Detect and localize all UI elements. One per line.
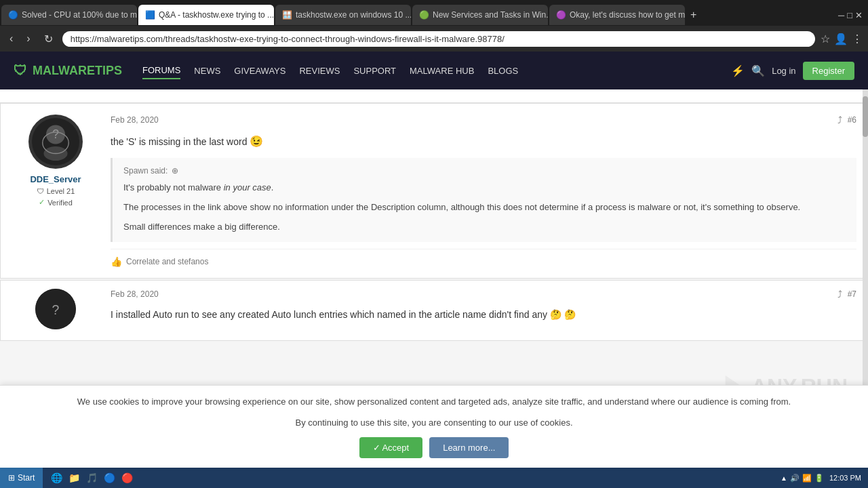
taskbar-shield-icon[interactable]: 🔴 bbox=[119, 470, 135, 486]
tab-favicon-2: 🟦 bbox=[145, 10, 155, 20]
site-nav: FORUMS NEWS GIVEAWAYS REVIEWS SUPPORT MA… bbox=[142, 62, 711, 79]
tab-label-2: Q&A - taskhostw.exe trying to ... bbox=[159, 10, 274, 20]
tab-5[interactable]: 🟣 Okay, let's discuss how to get m... ✕ bbox=[549, 5, 685, 25]
post-7-avatar: ? bbox=[35, 289, 76, 329]
nav-support[interactable]: SUPPORT bbox=[353, 62, 396, 79]
cookie-text-2: By continuing to use this site, you are … bbox=[14, 416, 854, 430]
taskbar-folder-icon[interactable]: 📁 bbox=[66, 470, 82, 486]
cookie-banner: We use cookies to improve your browsing … bbox=[0, 385, 868, 468]
post-6-emoji: 😉 bbox=[250, 136, 263, 147]
post-6-date: Feb 28, 2020 bbox=[111, 115, 159, 125]
minimize-button[interactable]: ─ bbox=[838, 10, 844, 20]
tab-bar: 🔵 Solved - CPU at 100% due to m... ✕ 🟦 Q… bbox=[0, 0, 868, 26]
post-7-share-icon[interactable]: ⤴ bbox=[837, 289, 842, 300]
scrollbar-thumb[interactable] bbox=[863, 96, 868, 137]
accept-button[interactable]: ✓ Accept bbox=[359, 437, 423, 458]
post-6-actions: ⤴ #6 bbox=[837, 115, 856, 125]
browser-chrome: 🔵 Solved - CPU at 100% due to m... ✕ 🟦 Q… bbox=[0, 0, 868, 52]
cookie-buttons: ✓ Accept Learn more... bbox=[14, 437, 854, 458]
quote-header: Spawn said: ⊕ bbox=[123, 166, 846, 176]
taskbar-media-icon[interactable]: 🎵 bbox=[83, 470, 100, 486]
site-header: 🛡 MALWARETIPS FORUMS NEWS GIVEAWAYS REVI… bbox=[0, 52, 868, 89]
post-6-content: Feb 28, 2020 ⤴ #6 the 'S' is missing in … bbox=[111, 115, 856, 267]
taskbar-network-icon[interactable]: 📶 bbox=[802, 474, 812, 483]
taskbar: ⊞ Start 🌐 📁 🎵 🔵 🔴 ▲ 🔊 📶 🔋 12:03 PM bbox=[0, 468, 868, 488]
nav-auth: ⚡ 🔍 Log in Register bbox=[731, 62, 854, 80]
nav-news[interactable]: NEWS bbox=[194, 62, 220, 79]
cookie-text-1: We use cookies to improve your browsing … bbox=[14, 395, 854, 409]
tab-label-1: Solved - CPU at 100% due to m... bbox=[22, 10, 137, 20]
site-logo[interactable]: 🛡 MALWARETIPS bbox=[14, 63, 122, 79]
start-icon: ⊞ bbox=[8, 473, 15, 483]
avatar-image: ? bbox=[32, 118, 79, 165]
taskbar-chrome-icon[interactable]: 🔵 bbox=[101, 470, 117, 486]
reload-button[interactable]: ↻ bbox=[40, 31, 57, 47]
post-6-username[interactable]: DDE_Server bbox=[12, 174, 100, 184]
post-6: ? DDE_Server 🛡 Level 21 ✓ Verified bbox=[0, 103, 868, 279]
post-6-quote: Spawn said: ⊕ It's probably not malware … bbox=[111, 158, 856, 242]
register-button[interactable]: Register bbox=[803, 62, 854, 80]
post-7-actions: ⤴ #7 bbox=[837, 289, 856, 300]
post-7-date: Feb 28, 2020 bbox=[111, 289, 159, 299]
post-7-emoji1: 🤔 bbox=[550, 309, 561, 320]
menu-icon[interactable]: ⋮ bbox=[852, 33, 863, 45]
address-input[interactable] bbox=[62, 31, 815, 47]
taskbar-volume-icon[interactable]: 🔊 bbox=[790, 474, 800, 483]
nav-giveaways[interactable]: GIVEAWAYS bbox=[234, 62, 285, 79]
tab-label-4: New Services and Tasks in Win... bbox=[433, 10, 548, 20]
learn-more-button[interactable]: Learn more... bbox=[429, 437, 509, 458]
quote-expand-icon[interactable]: ⊕ bbox=[172, 166, 178, 176]
bookmark-icon[interactable]: ☆ bbox=[821, 33, 830, 45]
avatar-image-7: ? bbox=[35, 289, 76, 329]
like-text: Correlate and stefanos bbox=[126, 257, 208, 266]
quote-line1: It's probably not malware in your case. bbox=[123, 181, 846, 195]
tab-1[interactable]: 🔵 Solved - CPU at 100% due to m... ✕ bbox=[1, 5, 137, 25]
quote-line2: The processes in the link above show no … bbox=[123, 201, 846, 215]
like-icon: 👍 bbox=[111, 256, 122, 267]
nav-blogs[interactable]: BLOGS bbox=[488, 62, 518, 79]
back-button[interactable]: ‹ bbox=[5, 31, 17, 46]
post-6-verified-badge: ✓ Verified bbox=[12, 198, 100, 207]
post-7-content: Feb 28, 2020 ⤴ #7 I installed Auto run t… bbox=[111, 289, 856, 332]
post-6-number: #6 bbox=[848, 115, 856, 125]
tab-favicon-5: 🟣 bbox=[556, 10, 566, 20]
nav-forums[interactable]: FORUMS bbox=[142, 62, 180, 79]
post-6-header: Feb 28, 2020 ⤴ #6 bbox=[111, 115, 856, 125]
taskbar-up-arrow-icon[interactable]: ▲ bbox=[781, 474, 787, 482]
taskbar-battery-icon[interactable]: 🔋 bbox=[814, 474, 824, 483]
nav-reviews[interactable]: REVIEWS bbox=[299, 62, 340, 79]
account-icon[interactable]: 👤 bbox=[834, 33, 848, 45]
quote-author: Spawn said: bbox=[123, 166, 167, 176]
forward-button[interactable]: › bbox=[22, 31, 34, 46]
post-6-user-sidebar: ? DDE_Server 🛡 Level 21 ✓ Verified bbox=[12, 115, 100, 267]
post-6-likes: 👍 Correlate and stefanos bbox=[111, 249, 856, 267]
taskbar-sys-icons: ▲ 🔊 📶 🔋 bbox=[781, 474, 824, 483]
post-6-text: the 'S' is missing in the last word 😉 bbox=[111, 134, 856, 150]
post-7-emoji2: 🤔 bbox=[564, 309, 576, 320]
close-button[interactable]: ✕ bbox=[855, 10, 863, 20]
svg-text:?: ? bbox=[52, 302, 60, 317]
tab-label-3: taskhostw.exe on windows 10 ... bbox=[296, 10, 411, 20]
taskbar-right: ▲ 🔊 📶 🔋 12:03 PM bbox=[774, 474, 868, 483]
scrollbar[interactable] bbox=[863, 89, 868, 428]
taskbar-ie-icon[interactable]: 🌐 bbox=[48, 470, 64, 486]
logo-text: MALWARETIPS bbox=[33, 64, 122, 78]
login-button[interactable]: Log in bbox=[772, 66, 795, 76]
post-6-avatar: ? bbox=[28, 115, 83, 169]
tab-3[interactable]: 🪟 taskhostw.exe on windows 10 ... ✕ bbox=[275, 5, 411, 25]
tab-favicon-4: 🟢 bbox=[419, 10, 429, 20]
tab-label-5: Okay, let's discuss how to get m... bbox=[570, 10, 685, 20]
start-button[interactable]: ⊞ Start bbox=[0, 468, 43, 488]
nav-lightning-icon[interactable]: ⚡ bbox=[731, 64, 745, 77]
taskbar-icons: 🌐 📁 🎵 🔵 🔴 bbox=[43, 470, 140, 486]
verified-icon: ✓ bbox=[39, 198, 45, 207]
nav-malware-hub[interactable]: MALWARE HUB bbox=[410, 62, 474, 79]
quote-line3: Small differences make a big difference. bbox=[123, 220, 846, 235]
tab-2[interactable]: 🟦 Q&A - taskhostw.exe trying to ... ✕ bbox=[138, 5, 274, 25]
tab-4[interactable]: 🟢 New Services and Tasks in Win... ✕ bbox=[412, 5, 548, 25]
top-bar bbox=[0, 89, 868, 103]
new-tab-button[interactable]: + bbox=[685, 6, 702, 24]
post-6-share-icon[interactable]: ⤴ bbox=[837, 115, 842, 125]
maximize-button[interactable]: □ bbox=[847, 10, 852, 20]
nav-search-icon[interactable]: 🔍 bbox=[751, 64, 765, 77]
